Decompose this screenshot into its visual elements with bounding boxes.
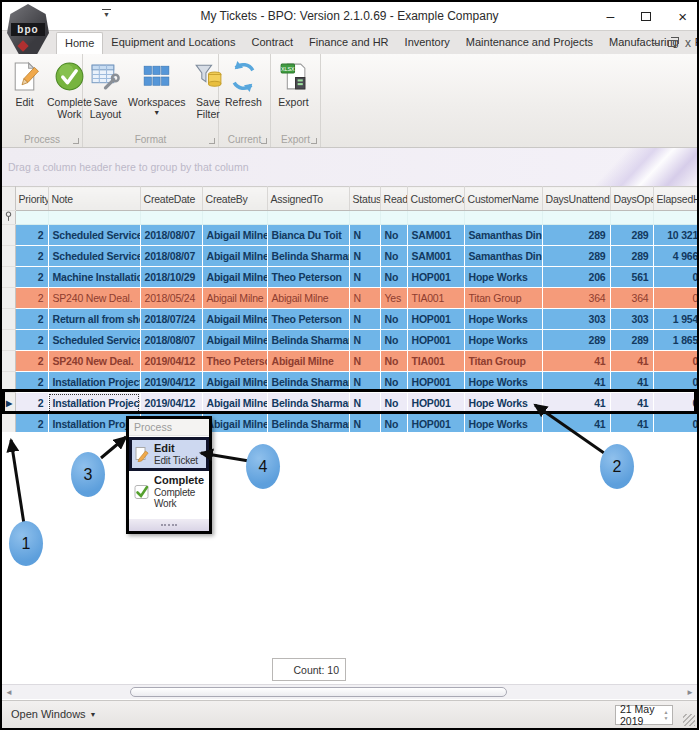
cell-assignedto[interactable]: Theo Peterson <box>267 309 349 330</box>
cell-read[interactable]: No <box>380 393 407 414</box>
cell-read[interactable]: No <box>380 372 407 393</box>
table-row[interactable]: 2Scheduled Service2018/08/07Abigail Miln… <box>2 330 697 351</box>
cell-note[interactable]: SP240 New Deal. <box>48 351 140 372</box>
cell-daysopen[interactable]: 561 <box>610 267 653 288</box>
cell-elapsedhours[interactable]: 1 954.5 <box>653 309 697 330</box>
tab-contract[interactable]: Contract <box>244 32 302 54</box>
column-header-daysunattended[interactable]: DaysUnattended <box>542 187 610 211</box>
cell-daysunattended[interactable]: 41 <box>542 393 610 414</box>
close-button[interactable]: × <box>678 9 687 24</box>
filter-cell[interactable] <box>464 211 542 225</box>
cell-elapsedhours[interactable]: 0.0 <box>653 414 697 433</box>
cell-customercode[interactable]: TIA001 <box>407 351 464 372</box>
tab-home[interactable]: Home <box>56 32 103 54</box>
cell-elapsedhours[interactable]: 0.0 <box>653 351 697 372</box>
cell-status[interactable]: N <box>349 393 380 414</box>
cell-createby[interactable]: Abigail Milne <box>202 225 267 246</box>
cell-createdate[interactable]: 2019/04/12 <box>140 372 202 393</box>
table-row[interactable]: 2SP240 New Deal.2018/05/24Abigail MilneA… <box>2 288 697 309</box>
column-header-createby[interactable]: CreateBy <box>202 187 267 211</box>
cell-daysunattended[interactable]: 289 <box>542 246 610 267</box>
cell-assignedto[interactable]: Belinda Sharman <box>267 414 349 433</box>
cell-note[interactable]: Scheduled Service <box>48 246 140 267</box>
date-picker[interactable]: 21 May 2019 ▲ ▼ <box>615 705 673 725</box>
cell-read[interactable]: No <box>380 309 407 330</box>
cell-status[interactable]: N <box>349 372 380 393</box>
column-header-createdate[interactable]: CreateDate <box>140 187 202 211</box>
cell-customername[interactable]: Titan Group <box>464 351 542 372</box>
cell-elapsedhours[interactable]: 4 966.1 <box>653 246 697 267</box>
cell-createdate[interactable]: 2018/10/29 <box>140 267 202 288</box>
dialog-launcher-icon[interactable] <box>311 138 317 144</box>
cell-status[interactable]: N <box>349 414 380 433</box>
cell-priority[interactable]: 2 <box>15 288 48 309</box>
cell-daysopen[interactable]: 364 <box>610 288 653 309</box>
cell-customercode[interactable]: SAM001 <box>407 225 464 246</box>
cell-customercode[interactable]: HOP001 <box>407 309 464 330</box>
export-button[interactable]: XLSX Export <box>274 57 313 111</box>
refresh-button[interactable]: Refresh <box>222 57 265 111</box>
cell-daysopen[interactable]: 303 <box>610 309 653 330</box>
minimize-button[interactable]: – <box>606 9 614 23</box>
cell-read[interactable]: Yes <box>380 288 407 309</box>
ribbon-close-icon[interactable]: x <box>685 37 691 49</box>
cell-elapsedhours[interactable]: 10 321.1 <box>653 225 697 246</box>
dialog-launcher-icon[interactable] <box>73 138 79 144</box>
cell-note[interactable]: SP240 New Deal. <box>48 288 140 309</box>
cell-createby[interactable]: Abigail Milne <box>202 288 267 309</box>
cell-customername[interactable]: Samanthas Diner <box>464 225 542 246</box>
cell-note[interactable]: Scheduled Service <box>48 330 140 351</box>
cell-customercode[interactable]: HOP001 <box>407 267 464 288</box>
maximize-button[interactable] <box>641 12 651 21</box>
cell-customercode[interactable]: HOP001 <box>407 393 464 414</box>
cell-daysunattended[interactable]: 289 <box>542 330 610 351</box>
cell-status[interactable]: N <box>349 288 380 309</box>
dialog-launcher-icon[interactable] <box>261 138 267 144</box>
cell-note[interactable]: Installation Project 1 <box>48 372 140 393</box>
filter-cell[interactable] <box>202 211 267 225</box>
cell-daysunattended[interactable]: 303 <box>542 309 610 330</box>
dialog-launcher-icon[interactable] <box>209 138 215 144</box>
menu-item-edit[interactable]: Edit Edit Ticket <box>130 438 208 470</box>
cell-priority[interactable]: 2 <box>15 309 48 330</box>
cell-daysopen[interactable]: 41 <box>610 393 653 414</box>
filter-cell[interactable] <box>542 211 610 225</box>
cell-createby[interactable]: Abigail Milne <box>202 372 267 393</box>
scrollbar-thumb[interactable] <box>130 687 507 697</box>
table-row[interactable]: 2Installation Project 52019/04/12Abigail… <box>2 414 697 433</box>
cell-customername[interactable]: Hope Works <box>464 267 542 288</box>
cell-status[interactable]: N <box>349 246 380 267</box>
column-header-note[interactable]: Note <box>48 187 140 211</box>
table-row[interactable]: 2SP240 New Deal.2019/04/12Theo PetersonA… <box>2 351 697 372</box>
cell-daysunattended[interactable]: 41 <box>542 372 610 393</box>
cell-read[interactable]: No <box>380 330 407 351</box>
cell-daysunattended[interactable]: 364 <box>542 288 610 309</box>
cell-createdate[interactable]: 2018/07/24 <box>140 309 202 330</box>
cell-customername[interactable]: Hope Works <box>464 414 542 433</box>
cell-priority[interactable]: 2 <box>15 351 48 372</box>
scroll-right-icon[interactable]: ► <box>686 687 694 698</box>
table-row[interactable]: 2Installation Project 12019/04/12Abigail… <box>2 372 697 393</box>
cell-daysunattended[interactable]: 289 <box>542 225 610 246</box>
cell-status[interactable]: N <box>349 309 380 330</box>
cell-customername[interactable]: Hope Works <box>464 393 542 414</box>
column-header-read[interactable]: Read <box>380 187 407 211</box>
table-row[interactable]: ▶2Installation Project 42019/04/12Abigai… <box>2 393 697 414</box>
cell-priority[interactable]: 2 <box>15 414 48 433</box>
edit-button[interactable]: Edit <box>5 57 44 111</box>
cell-priority[interactable]: 2 <box>15 393 48 414</box>
filter-cell[interactable] <box>48 211 140 225</box>
cell-customercode[interactable]: TIA001 <box>407 288 464 309</box>
spin-down-icon[interactable]: ▼ <box>664 715 669 721</box>
cell-assignedto[interactable]: Belinda Sharman <box>267 372 349 393</box>
column-header-elapsedhours[interactable]: ElapsedHours <box>653 187 697 211</box>
cell-createdate[interactable]: 2019/04/12 <box>140 393 202 414</box>
tab-inventory[interactable]: Inventory <box>397 32 458 54</box>
cell-note[interactable]: Machine Installation <box>48 267 140 288</box>
filter-cell[interactable] <box>349 211 380 225</box>
table-row[interactable]: 2Return all from short ...2018/07/24Abig… <box>2 309 697 330</box>
group-by-panel[interactable]: Drag a column header here to group by th… <box>2 148 697 186</box>
cell-assignedto[interactable]: Abigail Milne <box>267 288 349 309</box>
cell-assignedto[interactable]: Bianca Du Toit <box>267 225 349 246</box>
cell-elapsedhours[interactable]: 0.0 <box>653 393 697 414</box>
